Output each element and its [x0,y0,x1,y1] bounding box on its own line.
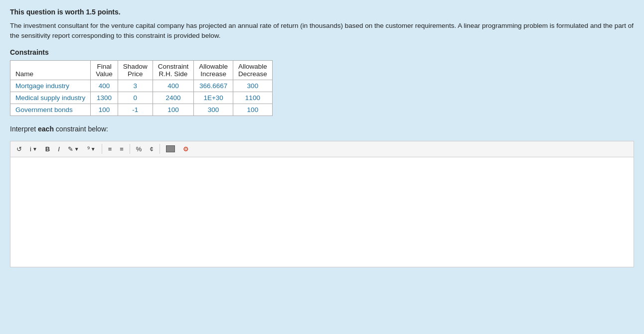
toolbar-separator-1 [102,144,102,154]
ordered-list-button[interactable]: ≡ [117,143,127,155]
constraints-table-wrapper: Final Shadow Constraint Allowable Allowa… [10,60,634,116]
table-cell-row1-col4: 1E+30 [194,92,233,104]
constraints-table: Final Shadow Constraint Allowable Allowa… [10,60,273,116]
interpret-bold: each [38,125,54,133]
col-value-bottom: Value [91,70,118,80]
col-name-top [10,60,91,70]
col-price-bottom: Price [118,70,153,80]
col-constraint-top: Constraint [153,60,194,70]
pencil-button[interactable]: ✎ ▼ [65,143,82,155]
percent-button[interactable]: % [133,143,145,155]
table-cell-row1-col5: 1100 [233,92,272,104]
table-cell-row0-col0: Mortgage industry [10,80,91,92]
currency-button[interactable]: ¢ [147,143,156,155]
question-header: This question is worth 1.5 points. [10,8,634,16]
special-button[interactable]: ⚙ [180,143,192,155]
unordered-list-button[interactable]: ≡ [105,143,115,155]
bold-button[interactable]: B [42,143,53,155]
table-row: Government bonds100-1100300100 [10,104,273,115]
col-rhs-bottom: R.H. Side [153,70,194,80]
image-button[interactable] [163,143,178,154]
description-text: The investment consultant for the ventur… [10,21,634,41]
subscript-button[interactable]: ⁹ ▼ [84,143,99,155]
col-allowable-inc-top: Allowable [194,60,233,70]
table-cell-row0-col4: 366.6667 [194,80,233,92]
italic-button[interactable]: I [55,143,63,155]
table-cell-row0-col1: 400 [91,80,118,92]
table-cell-row0-col2: 3 [118,80,153,92]
editor-toolbar: ↺ i ▼ B I ✎ ▼ ⁹ ▼ ≡ ≡ % ¢ ⚙ [10,141,634,157]
table-cell-row1-col0: Medical supply industry [10,92,91,104]
table-cell-row2-col4: 300 [194,104,233,115]
interpret-text: Interpret each constraint below: [10,125,634,133]
table-header-bottom: Name Value Price R.H. Side Increase Decr… [10,70,273,80]
table-cell-row2-col3: 100 [153,104,194,115]
table-body: Mortgage industry4003400366.6667300Medic… [10,80,273,115]
table-cell-row1-col2: 0 [118,92,153,104]
constraints-label: Constraints [10,48,634,56]
info-button[interactable]: i ▼ [27,143,40,155]
table-cell-row0-col5: 300 [233,80,272,92]
interpret-suffix: constraint below: [54,125,108,133]
table-row: Medical supply industry1300024001E+30110… [10,92,273,104]
toolbar-separator-3 [160,144,160,154]
col-allowable-dec-top: Allowable [233,60,272,70]
undo-button[interactable]: ↺ [13,143,25,155]
table-cell-row1-col1: 1300 [91,92,118,104]
editor-content[interactable] [10,157,634,267]
toolbar-separator-2 [130,144,130,154]
col-increase-bottom: Increase [194,70,233,80]
table-cell-row2-col2: -1 [118,104,153,115]
table-row: Mortgage industry4003400366.6667300 [10,80,273,92]
col-shadow-top: Shadow [118,60,153,70]
col-final-top: Final [91,60,118,70]
col-name-bottom: Name [10,70,91,80]
table-header-top: Final Shadow Constraint Allowable Allowa… [10,60,273,70]
col-decrease-bottom: Decrease [233,70,272,80]
table-cell-row2-col0: Government bonds [10,104,91,115]
table-cell-row0-col3: 400 [153,80,194,92]
table-cell-row1-col3: 2400 [153,92,194,104]
table-cell-row2-col5: 100 [233,104,272,115]
editor-area: ↺ i ▼ B I ✎ ▼ ⁹ ▼ ≡ ≡ % ¢ ⚙ [10,141,634,267]
table-cell-row2-col1: 100 [91,104,118,115]
interpret-prefix: Interpret [10,125,38,133]
